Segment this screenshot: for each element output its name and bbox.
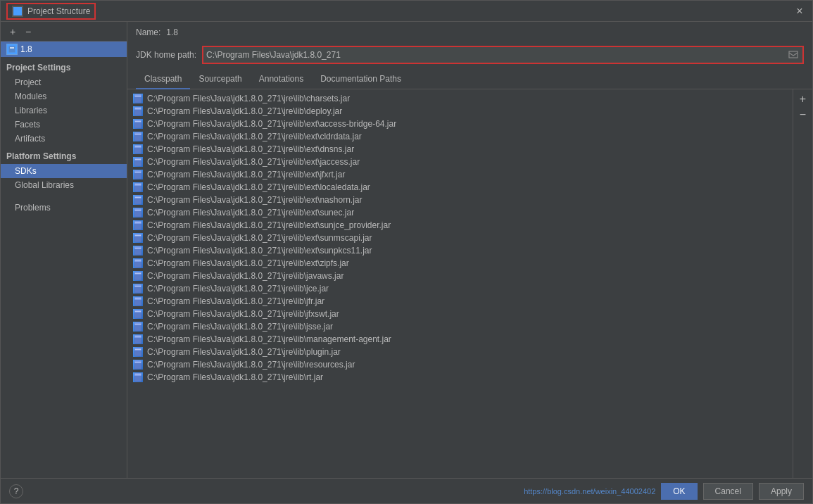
add-classpath-button[interactable]: +	[796, 92, 810, 106]
classpath-item-text: C:\Program Files\Java\jdk1.8.0_271\jre\l…	[147, 246, 372, 256]
dialog-title: Project Structure	[27, 6, 90, 16]
classpath-list-item[interactable]: C:\Program Files\Java\jdk1.8.0_271\jre\l…	[127, 358, 793, 371]
classpath-list-item[interactable]: C:\Program Files\Java\jdk1.8.0_271\jre\l…	[127, 257, 793, 270]
svg-rect-17	[135, 134, 141, 134]
sdk-item-label: 1.8	[20, 44, 32, 54]
jdk-label: JDK home path:	[136, 50, 196, 60]
ok-button[interactable]: OK	[661, 483, 697, 500]
classpath-list-item[interactable]: C:\Program Files\Java\jdk1.8.0_271\jre\l…	[127, 105, 793, 118]
tab-sourcepath[interactable]: Sourcepath	[190, 70, 250, 89]
classpath-list-item[interactable]: C:\Program Files\Java\jdk1.8.0_271\jre\l…	[127, 371, 793, 384]
jar-icon	[133, 208, 143, 218]
classpath-list-item[interactable]: C:\Program Files\Java\jdk1.8.0_271\jre\l…	[127, 130, 793, 143]
classpath-list-item[interactable]: C:\Program Files\Java\jdk1.8.0_271\jre\l…	[127, 156, 793, 168]
classpath-item-text: C:\Program Files\Java\jdk1.8.0_271\jre\l…	[147, 182, 370, 192]
sidebar-item-sdks[interactable]: SDKs	[1, 164, 127, 178]
classpath-item-text: C:\Program Files\Java\jdk1.8.0_271\jre\l…	[147, 170, 345, 179]
jar-icon	[133, 144, 143, 154]
jdk-home-path-input[interactable]	[206, 50, 787, 60]
classpath-list-item[interactable]: C:\Program Files\Java\jdk1.8.0_271\jre\l…	[127, 168, 793, 181]
classpath-item-text: C:\Program Files\Java\jdk1.8.0_271\jre\l…	[147, 372, 323, 382]
classpath-list-item[interactable]: C:\Program Files\Java\jdk1.8.0_271\jre\l…	[127, 308, 793, 320]
footer-right: https://blog.csdn.net/weixin_44002402 OK…	[524, 483, 804, 500]
svg-rect-74	[135, 374, 141, 375]
sdk-item-18[interactable]: 1.8	[1, 42, 127, 57]
sidebar-item-artifacts[interactable]: Artifacts	[1, 132, 127, 146]
jar-icon	[133, 347, 143, 357]
jdk-row: JDK home path:	[127, 43, 812, 70]
classpath-list-item[interactable]: C:\Program Files\Java\jdk1.8.0_271\jre\l…	[127, 143, 793, 156]
classpath-list-item[interactable]: C:\Program Files\Java\jdk1.8.0_271\jre\l…	[127, 270, 793, 282]
tab-annotations[interactable]: Annotations	[251, 70, 312, 89]
name-label: Name:	[136, 27, 160, 37]
classpath-list-item[interactable]: C:\Program Files\Java\jdk1.8.0_271\jre\l…	[127, 333, 793, 346]
jar-icon	[133, 132, 143, 141]
svg-rect-3	[8, 46, 15, 53]
classpath-item-text: C:\Program Files\Java\jdk1.8.0_271\jre\l…	[147, 106, 342, 116]
sidebar-item-facets[interactable]: Facets	[1, 118, 127, 132]
classpath-list-item[interactable]: C:\Program Files\Java\jdk1.8.0_271\jre\l…	[127, 320, 793, 333]
classpath-item-text: C:\Program Files\Java\jdk1.8.0_271\jre\l…	[147, 132, 362, 141]
jar-icon	[133, 233, 143, 243]
svg-rect-38	[135, 222, 141, 223]
classpath-list-item[interactable]: C:\Program Files\Java\jdk1.8.0_271\jre\l…	[127, 232, 793, 244]
svg-rect-4	[10, 47, 14, 49]
classpath-item-text: C:\Program Files\Java\jdk1.8.0_271\jre\l…	[147, 322, 333, 332]
svg-rect-26	[135, 172, 141, 172]
svg-rect-29	[135, 184, 141, 185]
classpath-list-item[interactable]: C:\Program Files\Java\jdk1.8.0_271\jre\l…	[127, 346, 793, 358]
sidebar-item-problems[interactable]: Problems	[1, 201, 127, 215]
add-sdk-button[interactable]: +	[6, 25, 19, 38]
tab-classpath[interactable]: Classpath	[136, 70, 190, 89]
cancel-button[interactable]: Cancel	[703, 483, 753, 500]
platform-settings-header: Platform Settings	[1, 146, 127, 164]
jar-icon	[133, 271, 143, 281]
svg-rect-32	[135, 197, 141, 198]
remove-sdk-button[interactable]: −	[22, 25, 34, 38]
name-row: Name: 1.8	[127, 22, 812, 43]
jar-icon	[133, 170, 143, 179]
sidebar-toolbar: + −	[1, 22, 127, 42]
classpath-list-item[interactable]: C:\Program Files\Java\jdk1.8.0_271\jre\l…	[127, 92, 793, 105]
sidebar-item-project[interactable]: Project	[1, 75, 127, 89]
sdk-icon	[6, 44, 18, 55]
svg-rect-23	[135, 159, 141, 160]
svg-rect-44	[135, 248, 141, 248]
classpath-list-item[interactable]: C:\Program Files\Java\jdk1.8.0_271\jre\l…	[127, 118, 793, 130]
project-structure-dialog: Project Structure × + − 1.8	[0, 0, 813, 504]
classpath-list-item[interactable]: C:\Program Files\Java\jdk1.8.0_271\jre\l…	[127, 282, 793, 295]
remove-classpath-button[interactable]: −	[796, 108, 810, 122]
jar-icon	[133, 157, 143, 167]
apply-button[interactable]: Apply	[759, 483, 804, 500]
right-panel: Name: 1.8 JDK home path:	[127, 22, 812, 478]
jdk-browse-button[interactable]	[787, 49, 800, 61]
tabs-row: Classpath Sourcepath Annotations Documen…	[127, 70, 812, 89]
classpath-toolbar: + −	[793, 89, 812, 478]
jar-icon	[133, 182, 143, 192]
classpath-item-text: C:\Program Files\Java\jdk1.8.0_271\jre\l…	[147, 157, 360, 167]
sidebar-item-libraries[interactable]: Libraries	[1, 103, 127, 118]
classpath-list-item[interactable]: C:\Program Files\Java\jdk1.8.0_271\jre\l…	[127, 194, 793, 206]
classpath-list-item[interactable]: C:\Program Files\Java\jdk1.8.0_271\jre\l…	[127, 244, 793, 257]
svg-rect-14	[135, 121, 141, 122]
classpath-list-item[interactable]: C:\Program Files\Java\jdk1.8.0_271\jre\l…	[127, 219, 793, 232]
help-button[interactable]: ?	[9, 484, 23, 498]
sidebar-item-global-libraries[interactable]: Global Libraries	[1, 178, 127, 192]
svg-rect-71	[135, 362, 141, 363]
classpath-item-text: C:\Program Files\Java\jdk1.8.0_271\jre\l…	[147, 360, 355, 370]
jar-icon	[133, 246, 143, 256]
jar-icon	[133, 322, 143, 332]
classpath-item-text: C:\Program Files\Java\jdk1.8.0_271\jre\l…	[147, 144, 354, 154]
classpath-item-text: C:\Program Files\Java\jdk1.8.0_271\jre\l…	[147, 271, 344, 281]
tab-documentation-paths[interactable]: Documentation Paths	[312, 70, 410, 89]
svg-rect-53	[135, 286, 141, 286]
svg-rect-8	[135, 96, 141, 96]
classpath-list-item[interactable]: C:\Program Files\Java\jdk1.8.0_271\jre\l…	[127, 206, 793, 219]
classpath-list-item[interactable]: C:\Program Files\Java\jdk1.8.0_271\jre\l…	[127, 295, 793, 308]
classpath-list-item[interactable]: C:\Program Files\Java\jdk1.8.0_271\jre\l…	[127, 181, 793, 194]
classpath-item-text: C:\Program Files\Java\jdk1.8.0_271\jre\l…	[147, 309, 339, 319]
close-button[interactable]: ×	[793, 4, 807, 18]
sidebar-item-modules[interactable]: Modules	[1, 89, 127, 103]
sidebar: + − 1.8 Project Settings Project Modules…	[1, 22, 127, 478]
jar-icon	[133, 372, 143, 382]
